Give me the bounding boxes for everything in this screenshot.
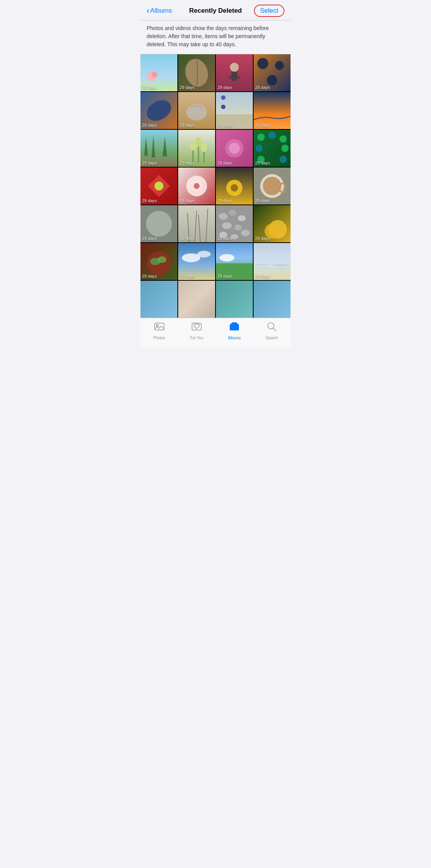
photo-cell[interactable]: 29 days <box>178 130 215 167</box>
days-remaining-label: 29 days <box>180 123 195 127</box>
days-remaining-label: 29 days <box>217 85 232 90</box>
nav-item-search[interactable]: Search <box>260 321 283 340</box>
svg-point-6 <box>230 63 239 72</box>
chevron-left-icon: ‹ <box>147 7 149 15</box>
photo-cell[interactable]: 29 days <box>254 243 291 280</box>
svg-point-11 <box>257 58 269 69</box>
photo-cell[interactable]: 29 days <box>140 205 177 242</box>
photo-cell[interactable]: 29 days <box>216 54 253 91</box>
photo-cell[interactable]: 29 days <box>254 168 291 204</box>
days-remaining-label: 29 days <box>180 198 195 203</box>
days-remaining-label: 29 days <box>255 123 270 127</box>
foryou-label: For You <box>190 336 203 340</box>
svg-point-35 <box>257 134 265 141</box>
back-button[interactable]: ‹ Albums <box>147 7 172 15</box>
nav-item-photos[interactable]: Photos <box>148 321 171 340</box>
days-remaining-label: 29 days <box>180 161 195 165</box>
days-remaining-label: 29 days <box>255 161 270 165</box>
photo-cell[interactable]: 29 days <box>140 243 177 280</box>
photo-cell[interactable] <box>216 281 253 318</box>
photo-cell[interactable]: 29 days <box>216 92 253 129</box>
svg-point-50 <box>231 184 238 191</box>
svg-line-92 <box>273 328 276 331</box>
svg-rect-90 <box>232 322 237 324</box>
svg-point-39 <box>281 144 289 152</box>
photo-cell[interactable]: 29 days <box>254 92 291 129</box>
photo-cell[interactable]: 29 days <box>254 205 291 242</box>
svg-point-38 <box>256 144 263 152</box>
svg-point-68 <box>241 230 250 236</box>
svg-rect-85 <box>155 323 164 330</box>
search-icon <box>266 321 277 335</box>
nav-item-foryou[interactable]: For You <box>185 321 208 340</box>
select-button[interactable]: Select <box>254 5 284 17</box>
svg-point-67 <box>234 225 242 230</box>
days-remaining-label: 29 days <box>255 274 270 278</box>
photo-cell[interactable] <box>140 281 177 318</box>
photo-cell[interactable]: 29 days <box>216 205 253 242</box>
days-remaining-label: 29 days <box>217 236 232 241</box>
photo-cell[interactable]: 29 days <box>178 205 215 242</box>
svg-point-36 <box>268 132 276 139</box>
svg-point-56 <box>146 211 172 236</box>
svg-point-28 <box>190 142 196 151</box>
photo-cell[interactable] <box>178 281 215 318</box>
svg-point-33 <box>229 143 240 154</box>
photo-cell[interactable]: 29 days <box>216 243 253 280</box>
photo-cell[interactable]: 29 days <box>254 130 291 167</box>
bottom-navigation: Photos For You Albums Search <box>140 318 291 348</box>
photo-cell[interactable]: 29 days <box>216 168 253 204</box>
page-title: Recently Deleted <box>189 7 242 15</box>
svg-point-53 <box>263 177 281 195</box>
svg-point-37 <box>279 135 287 142</box>
photo-cell[interactable] <box>254 281 291 318</box>
svg-point-12 <box>275 61 284 70</box>
svg-point-77 <box>157 256 166 263</box>
svg-point-65 <box>238 215 246 221</box>
navigation-header: ‹ Albums Recently Deleted Select <box>140 0 291 20</box>
photo-cell[interactable]: 29 days <box>178 243 215 280</box>
days-remaining-label: 29 days <box>217 123 232 127</box>
photo-cell[interactable]: 29 days <box>178 168 215 204</box>
photos-label: Photos <box>153 336 165 340</box>
back-label: Albums <box>150 7 172 15</box>
photo-grid: 30 days 29 days 29 days 29 days 29 days <box>140 54 291 318</box>
photo-cell[interactable]: 29 days <box>140 168 177 204</box>
svg-rect-87 <box>192 323 201 330</box>
svg-point-43 <box>154 181 163 190</box>
svg-rect-88 <box>230 324 239 330</box>
photo-cell[interactable]: 29 days <box>178 54 215 91</box>
days-remaining-label: 29 days <box>142 161 157 165</box>
photo-cell[interactable]: 29 days <box>216 130 253 167</box>
photos-icon <box>154 321 165 335</box>
days-remaining-label: 30 days <box>142 85 157 90</box>
days-remaining-label: 29 days <box>217 274 232 278</box>
photo-cell[interactable]: 29 days <box>178 92 215 129</box>
days-remaining-label: 29 days <box>180 274 195 278</box>
days-remaining-label: 29 days <box>142 198 157 203</box>
svg-point-83 <box>220 254 234 261</box>
info-text: Photos and videos show the days remainin… <box>147 25 269 47</box>
info-banner: Photos and videos show the days remainin… <box>140 20 291 54</box>
days-remaining-label: 29 days <box>142 274 157 278</box>
svg-point-47 <box>194 183 199 189</box>
photo-cell[interactable]: 29 days <box>254 54 291 91</box>
days-remaining-label: 29 days <box>180 236 195 241</box>
photo-cell[interactable]: 30 days <box>140 54 177 91</box>
albums-icon <box>229 321 240 335</box>
foryou-icon <box>191 321 202 335</box>
days-remaining-label: 29 days <box>180 85 195 90</box>
svg-point-66 <box>222 222 232 229</box>
days-remaining-label: 29 days <box>142 236 157 241</box>
days-remaining-label: 29 days <box>255 85 270 90</box>
nav-item-albums[interactable]: Albums <box>223 321 246 340</box>
svg-point-17 <box>186 104 207 121</box>
albums-label: Albums <box>228 336 241 340</box>
svg-point-64 <box>229 210 236 216</box>
photo-cell[interactable]: 29 days <box>140 130 177 167</box>
photo-cell[interactable]: 29 days <box>140 92 177 129</box>
svg-point-86 <box>156 325 158 327</box>
days-remaining-label: 29 days <box>217 161 232 165</box>
days-remaining-label: 29 days <box>217 198 232 203</box>
svg-point-41 <box>279 156 287 163</box>
